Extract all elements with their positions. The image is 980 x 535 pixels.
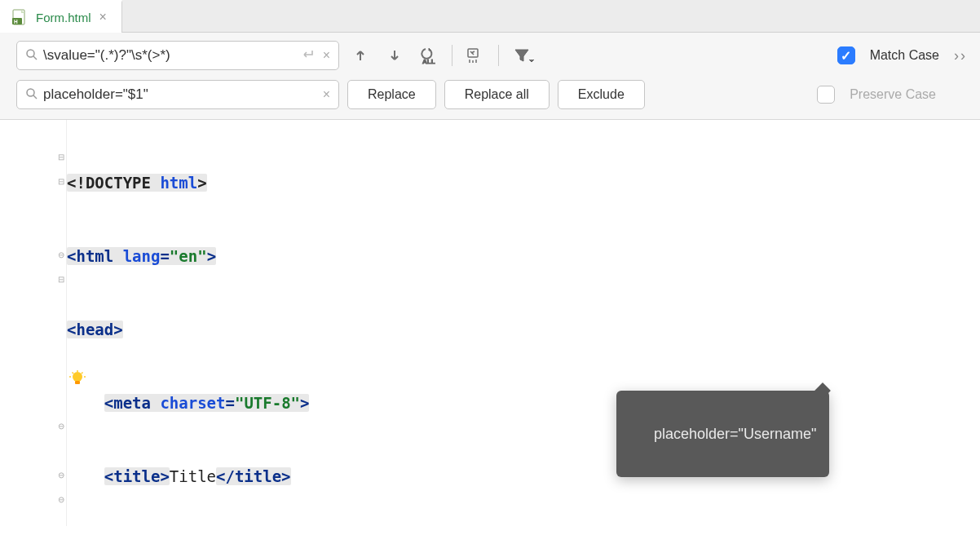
tab-title: Form.html: [36, 11, 91, 24]
search-icon: [25, 48, 38, 64]
text: <title>: [104, 467, 170, 485]
fold-icon[interactable]: ⊖: [55, 420, 67, 431]
text: Title: [170, 467, 216, 485]
fold-icon[interactable]: ⊖: [55, 249, 67, 260]
clear-replace-icon[interactable]: ×: [320, 87, 333, 102]
text: lang: [123, 247, 161, 265]
fold-icon[interactable]: ⊖: [55, 493, 67, 505]
text: html: [160, 174, 197, 192]
exclude-button[interactable]: Exclude: [558, 80, 645, 109]
tab-bar: H Form.html ×: [0, 0, 980, 33]
prev-match-button[interactable]: [347, 42, 373, 69]
text: <head>: [67, 321, 123, 338]
text: "en": [170, 247, 207, 265]
text: <!DOCTYPE: [67, 174, 160, 192]
text: charset: [160, 394, 225, 412]
preserve-case-checkbox[interactable]: [817, 86, 835, 104]
replace-input-wrap: ×: [16, 80, 339, 109]
fold-icon[interactable]: ⊖: [55, 469, 67, 480]
fold-icon[interactable]: ⊟: [55, 273, 67, 285]
fold-icon[interactable]: ⊟: [55, 151, 67, 162]
find-input-wrap: ×: [16, 41, 339, 70]
match-case-checkbox[interactable]: [837, 46, 855, 64]
text: >: [207, 247, 216, 265]
svg-text:ALL: ALL: [422, 58, 435, 64]
svg-point-7: [27, 89, 34, 96]
fold-icon[interactable]: ⊟: [55, 175, 67, 187]
replace-button[interactable]: Replace: [347, 80, 436, 109]
next-match-button[interactable]: [382, 42, 408, 69]
replace-input[interactable]: [43, 86, 315, 103]
replace-all-button[interactable]: Replace all: [444, 80, 550, 109]
tooltip-text: placeholder="Username": [654, 426, 816, 442]
clear-find-icon[interactable]: ×: [320, 48, 333, 63]
svg-point-3: [27, 50, 34, 57]
search-icon: [25, 87, 38, 103]
find-input[interactable]: [43, 47, 295, 64]
find-replace-panel: × ALL Match Case ›› × R: [0, 33, 980, 120]
code-editor[interactable]: ⊟ ⊟ ⊖ ⊟ ⊖ ⊖ ⊖ <!DOCTYPE html> <html lang…: [0, 120, 980, 526]
text: >: [300, 394, 309, 412]
text: <meta: [104, 394, 161, 412]
text: >: [197, 174, 206, 192]
close-icon[interactable]: ×: [99, 10, 107, 24]
svg-text:H: H: [14, 19, 18, 24]
preserve-case-label: Preserve Case: [850, 87, 936, 102]
more-options-icon[interactable]: ››: [947, 47, 967, 64]
svg-line-4: [33, 56, 37, 60]
text: <html: [67, 247, 123, 265]
code-content[interactable]: <!DOCTYPE html> <html lang="en"> <head> …: [67, 120, 980, 526]
enter-icon: [300, 49, 315, 63]
tab-form-html[interactable]: H Form.html ×: [0, 0, 122, 33]
text: "UTF-8": [235, 394, 300, 412]
filter-button[interactable]: [509, 42, 540, 69]
text: </title>: [216, 467, 291, 485]
svg-line-8: [33, 95, 37, 99]
gutter: ⊟ ⊟ ⊖ ⊟ ⊖ ⊖ ⊖: [0, 120, 67, 526]
match-case-label[interactable]: Match Case: [870, 48, 939, 63]
add-selection-button[interactable]: [462, 42, 488, 69]
html-file-icon: H: [11, 9, 28, 25]
select-all-button[interactable]: ALL: [416, 42, 442, 69]
replace-preview-tooltip: placeholder="Username": [616, 391, 829, 477]
